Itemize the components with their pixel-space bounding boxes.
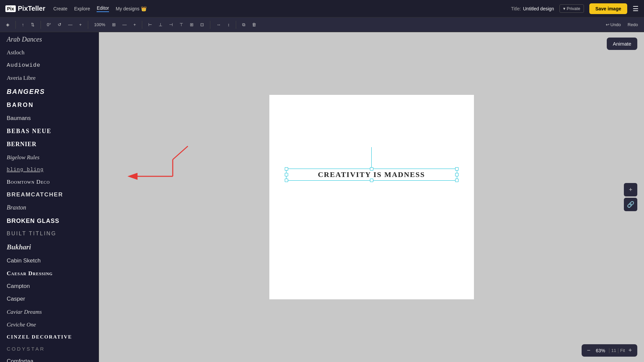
font-item-breamcatcher[interactable]: BREAMCATCHER <box>0 188 99 201</box>
nav-right: Title: Untitled design ▾ Private Save im… <box>511 3 639 14</box>
menu-button[interactable]: ☰ <box>633 5 639 13</box>
font-item-cinzel[interactable]: CINZEL DECORATIVE <box>0 331 99 343</box>
handle-mid-right[interactable] <box>455 173 459 176</box>
font-item-built-titling[interactable]: BUILT TITLING <box>0 228 99 240</box>
duplicate-button[interactable]: ⧉ <box>240 21 247 29</box>
flip-h-button[interactable]: ↔ <box>214 21 223 28</box>
flip-v-button[interactable]: ↕ <box>225 21 232 28</box>
zoom-sep: | <box>608 348 610 354</box>
handle-mid-left[interactable] <box>285 173 288 176</box>
handle-top-center[interactable] <box>370 167 373 171</box>
font-item-boomtown[interactable]: Boomtown Deco <box>0 176 99 188</box>
font-item-bling[interactable]: bling bling <box>0 164 99 176</box>
font-item-arab-dances[interactable]: Arab Dances <box>0 32 99 46</box>
move-up-button[interactable]: ↑ <box>20 21 26 28</box>
float-link-button[interactable]: 🔗 <box>624 198 637 211</box>
font-item-baumans[interactable]: Baumans <box>0 112 99 125</box>
align-center-v[interactable]: ⊞ <box>188 21 196 28</box>
zoom-number: 11 <box>611 348 616 353</box>
handle-bot-left[interactable] <box>285 179 288 182</box>
nav-create[interactable]: Create <box>53 6 67 11</box>
animate-button[interactable]: Animate <box>607 38 637 50</box>
zoom-controls: − 63% | 11 | Fit + <box>582 344 637 357</box>
delete-button[interactable]: 🗑 <box>250 21 258 28</box>
align-top[interactable]: ⊤ <box>177 21 185 28</box>
font-item-caviar-dreams[interactable]: Caviar Dreams <box>0 306 99 318</box>
font-item-audiowide[interactable]: Audiowide <box>0 59 99 72</box>
rotation-value[interactable]: 0° <box>45 21 53 28</box>
handle-top-left[interactable] <box>285 167 288 171</box>
zoom-fit[interactable]: Fit <box>620 348 625 353</box>
undo-button[interactable]: ↩ Undo <box>604 21 623 28</box>
font-item-cabin-sketch[interactable]: Cabin Sketch <box>0 254 99 267</box>
font-item-bernier[interactable]: BERNIER <box>0 138 99 151</box>
title-value[interactable]: Untitled design <box>523 6 554 11</box>
text-element[interactable]: CREATIVITY IS MADNESS <box>286 169 457 181</box>
nav-links: Create Explore Editor My designs 👑 <box>53 5 147 12</box>
nav-mydesigns[interactable]: My designs 👑 <box>116 6 147 11</box>
font-item-broken-glass[interactable]: BROKEN GLASS <box>0 215 99 228</box>
minus-button[interactable]: — <box>66 21 74 28</box>
zoom-value[interactable]: 63% <box>594 348 607 353</box>
main-content: Arab Dances Astloch Audiowide Averia Lib… <box>0 32 644 362</box>
handle-bot-right[interactable] <box>455 179 459 182</box>
font-item-campton[interactable]: Campton <box>0 280 99 293</box>
zoom-percent[interactable]: 100% <box>92 21 107 28</box>
zoom-minus-button[interactable]: − <box>585 346 593 355</box>
sep-1 <box>15 21 16 29</box>
grid-icon[interactable]: ⊞ <box>110 21 118 28</box>
font-item-bebas[interactable]: BEBAS NEUE <box>0 125 99 138</box>
font-item-averia[interactable]: Averia Libre <box>0 72 99 84</box>
plus-button[interactable]: + <box>77 21 84 28</box>
align-right[interactable]: ⊣ <box>167 21 175 28</box>
save-button[interactable]: Save image <box>589 3 627 14</box>
right-float-buttons: + 🔗 <box>624 183 637 211</box>
handle-top-right[interactable] <box>455 167 459 171</box>
selection-v-line <box>371 147 372 167</box>
zoom-sep2: | <box>618 348 619 354</box>
top-nav: Pix PixTeller Create Explore Editor My d… <box>0 0 644 17</box>
font-item-bigelow[interactable]: Bigelow Rules <box>0 151 99 164</box>
rotate-icon[interactable]: ↺ <box>56 21 63 28</box>
font-sidebar: Arab Dances Astloch Audiowide Averia Lib… <box>0 32 99 362</box>
align-left[interactable]: ⊢ <box>146 21 154 28</box>
move-updown-button[interactable]: ⇅ <box>29 21 37 28</box>
redo-button[interactable]: Redo <box>626 21 640 28</box>
canvas-text: CREATIVITY IS MADNESS <box>318 170 425 179</box>
layer-button[interactable]: ◈ <box>4 21 11 28</box>
nav-editor[interactable]: Editor <box>97 5 109 12</box>
sep-4 <box>142 21 142 29</box>
svg-line-3 <box>173 146 188 160</box>
nav-explore[interactable]: Explore <box>74 6 90 11</box>
handle-bot-center[interactable] <box>370 179 373 182</box>
zoom-plus-button[interactable]: + <box>626 346 634 355</box>
canvas[interactable]: CREATIVITY IS MADNESS <box>269 95 474 299</box>
font-item-braxton[interactable]: Braxton <box>0 201 99 214</box>
zoom-plus[interactable]: + <box>131 21 138 28</box>
sep-5 <box>210 21 210 29</box>
title-area: Title: Untitled design <box>511 6 554 11</box>
font-item-bangers[interactable]: BANGERS <box>0 84 99 99</box>
font-item-codystar[interactable]: CODYSTAR <box>0 343 99 355</box>
sep-6 <box>236 21 236 29</box>
red-arrow-annotation <box>99 32 198 362</box>
align-bottom[interactable]: ⊡ <box>198 21 206 28</box>
private-button[interactable]: ▾ Private <box>559 4 584 13</box>
logo-text: PixTeller <box>18 5 45 12</box>
font-item-astloch[interactable]: Astloch <box>0 46 99 59</box>
font-item-bukhari[interactable]: Bukhari <box>0 240 99 254</box>
float-add-button[interactable]: + <box>624 183 637 196</box>
logo-box: Pix <box>5 5 16 12</box>
canvas-area: Animate CREATIVITY IS MADN <box>99 32 644 362</box>
layer-icon: ◈ <box>6 22 9 27</box>
font-item-ceviche-one[interactable]: Ceviche One <box>0 318 99 331</box>
font-item-caesar[interactable]: Caesar Dressing <box>0 267 99 280</box>
font-item-casper[interactable]: Casper <box>0 293 99 305</box>
zoom-minus[interactable]: — <box>120 21 129 28</box>
logo[interactable]: Pix PixTeller <box>5 5 45 12</box>
font-item-baron[interactable]: BARON <box>0 99 99 112</box>
canvas-wrapper: CREATIVITY IS MADNESS <box>269 95 474 299</box>
sep-3 <box>88 21 88 29</box>
align-center-h[interactable]: ⊥ <box>157 21 164 28</box>
font-item-comfortaa[interactable]: Comfortaa <box>0 355 99 362</box>
